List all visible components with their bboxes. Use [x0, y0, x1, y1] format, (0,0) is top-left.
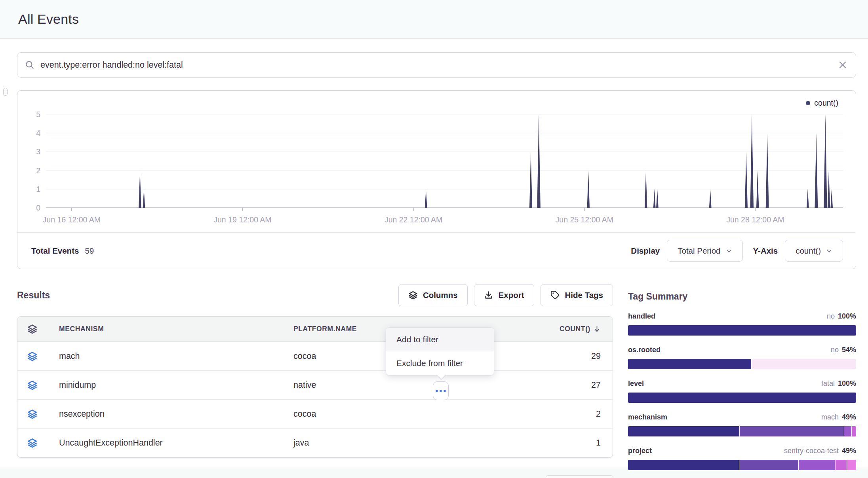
columns-button[interactable]: Columns [398, 284, 468, 306]
cell-mechanism[interactable]: minidump [59, 380, 293, 390]
chart-spike [656, 189, 659, 208]
chart-spike [425, 189, 427, 208]
cell-actions-button[interactable] [433, 381, 449, 400]
chart-spike [745, 152, 748, 208]
cell-platform[interactable]: cocoa [293, 409, 522, 419]
y-axis-tick-label: 1 [36, 185, 40, 193]
button-label: Columns [423, 290, 458, 300]
tag-top-value: sentry-cocoa-test [784, 447, 839, 455]
tag-icon [550, 290, 560, 300]
table-row[interactable]: minidumpnative27 [17, 371, 613, 400]
cell-mechanism[interactable]: UncaughtExceptionHandler [59, 438, 293, 448]
pagination-controls[interactable] [546, 475, 613, 478]
tag-bar-segment[interactable] [799, 460, 835, 470]
tag-bar-segment[interactable] [739, 460, 798, 470]
x-axis-tick-label: Jun 25 12:00 AM [556, 215, 613, 224]
table-row[interactable]: nsexceptioncocoa2 [17, 400, 613, 429]
tag-top-value: no [831, 346, 839, 354]
tag-bar-segment[interactable] [628, 460, 739, 470]
tag-top-value: no [827, 312, 835, 320]
hide-tags-button[interactable]: Hide Tags [541, 284, 613, 306]
tag-bar-segment[interactable] [628, 359, 751, 369]
count-header-label: COUNT() [560, 325, 590, 333]
cell-count[interactable]: 2 [596, 409, 601, 419]
cell-platform[interactable]: native [293, 380, 522, 390]
tag-bar-segment[interactable] [852, 426, 856, 436]
y-axis-tick-label: 0 [36, 203, 40, 212]
yaxis-selected-value: count() [796, 246, 821, 256]
layers-icon [27, 409, 59, 419]
display-select[interactable]: Total Period [667, 240, 742, 262]
tag-entry-os.rooted: os.rootedno54% [628, 346, 856, 369]
tag-entry-project: projectsentry-cocoa-test49% [628, 447, 856, 470]
yaxis-label: Y-Axis [753, 246, 778, 256]
display-label: Display [631, 246, 660, 256]
tag-bar-segment[interactable] [628, 393, 856, 403]
tag-name: project [628, 447, 652, 455]
x-axis-tick-label: Jun 28 12:00 AM [726, 215, 784, 224]
y-axis-tick-label: 4 [36, 129, 40, 137]
yaxis-select[interactable]: count() [785, 240, 843, 262]
cell-platform[interactable]: java [293, 438, 522, 448]
page-header: All Events [0, 0, 868, 39]
tag-entry-handled: handledno100% [628, 312, 856, 336]
tag-bar-segment[interactable] [628, 325, 856, 336]
tag-top-percent: 100% [838, 379, 856, 387]
total-events-label: Total Events [31, 246, 79, 256]
download-icon [484, 290, 493, 300]
cell-count[interactable]: 1 [596, 438, 601, 448]
cell-count[interactable]: 27 [591, 380, 601, 390]
x-axis-tick-label: Jun 22 12:00 AM [385, 215, 442, 224]
button-label: Export [499, 290, 524, 300]
chart-spike [529, 152, 532, 208]
chart-spike [830, 189, 833, 208]
chart-spike [143, 189, 145, 208]
chevron-down-icon [726, 248, 732, 254]
column-header-count[interactable]: COUNT() [560, 325, 601, 333]
tag-top-value: fatal [821, 379, 835, 387]
clear-search-icon[interactable] [838, 60, 848, 70]
events-chart-panel: 012345Jun 16 12:00 AMJun 19 12:00 AMJun … [17, 90, 856, 269]
total-events-value: 59 [85, 246, 94, 256]
layers-icon [27, 438, 59, 448]
tag-bar-segment[interactable] [847, 460, 856, 470]
tag-bar-segment[interactable] [628, 426, 739, 436]
tag-bar-segment[interactable] [752, 359, 857, 369]
chart-spike [709, 189, 712, 208]
results-toolbar: ColumnsExportHide Tags [398, 284, 613, 306]
tag-distribution-bar[interactable] [628, 393, 856, 403]
x-axis-tick-label: Jun 16 12:00 AM [43, 215, 101, 224]
tag-distribution-bar[interactable] [628, 359, 856, 369]
tag-bar-segment[interactable] [836, 460, 847, 470]
tag-distribution-bar[interactable] [628, 325, 856, 336]
menu-item-add-to-filter[interactable]: Add to filter [386, 328, 494, 351]
cell-count[interactable]: 29 [591, 351, 601, 361]
events-chart[interactable]: 012345Jun 16 12:00 AMJun 19 12:00 AMJun … [17, 91, 855, 233]
chart-spike [537, 114, 541, 208]
results-table: MECHANISM PLATFORM.NAME COUNT() machcoco… [17, 316, 613, 458]
cell-mechanism[interactable]: nsexception [59, 409, 293, 419]
export-button[interactable]: Export [474, 284, 534, 306]
search-bar[interactable] [17, 52, 856, 78]
tag-bar-segment[interactable] [844, 426, 851, 436]
table-row[interactable]: UncaughtExceptionHandlerjava1 [17, 429, 613, 457]
legend-label: count() [814, 99, 838, 108]
x-axis-tick-label: Jun 19 12:00 AM [213, 215, 271, 224]
column-header-mechanism[interactable]: MECHANISM [59, 325, 293, 333]
chart-legend[interactable]: count() [806, 99, 838, 108]
button-label: Hide Tags [565, 290, 603, 300]
layers-icon [408, 290, 418, 300]
tag-entry-level: levelfatal100% [628, 379, 856, 403]
search-input[interactable] [40, 60, 832, 70]
results-heading: Results [17, 290, 50, 301]
tag-entry-mechanism: mechanismmach49% [628, 413, 856, 436]
page-title: All Events [18, 11, 79, 27]
tag-name: mechanism [628, 413, 667, 421]
cell-mechanism[interactable]: mach [59, 351, 293, 361]
sort-descending-icon [593, 325, 601, 333]
tag-distribution-bar[interactable] [628, 460, 856, 470]
table-row[interactable]: machcocoa29 [17, 342, 613, 371]
menu-item-exclude-from-filter[interactable]: Exclude from filter [386, 351, 494, 375]
tag-bar-segment[interactable] [740, 426, 844, 436]
tag-distribution-bar[interactable] [628, 426, 856, 436]
